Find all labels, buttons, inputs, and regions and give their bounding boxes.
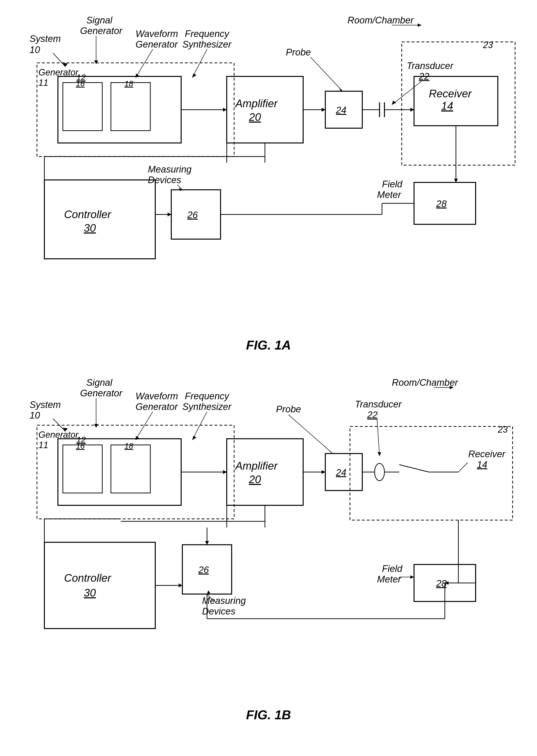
- room-num-1a: 23: [483, 40, 493, 50]
- box24-num-1b: 24: [336, 467, 346, 478]
- svg-line-18: [392, 81, 421, 105]
- amplifier-box-1a: [227, 76, 303, 143]
- svg-marker-12: [223, 108, 227, 112]
- svg-line-46: [377, 420, 380, 456]
- freq-synth-label-1a: Frequency: [185, 28, 230, 39]
- freq-synth-label-1b: Frequency: [185, 391, 230, 401]
- controller-num-1a: 30: [84, 222, 96, 234]
- system-label-1a: System: [29, 33, 61, 44]
- amp-label-1a: Amplifier: [235, 97, 278, 109]
- svg-marker-7: [192, 73, 196, 78]
- signal-gen-label2-1b: Generator: [80, 388, 122, 398]
- signal-gen-label2-1a: Generator: [80, 26, 122, 36]
- probe-label-1a: Probe: [286, 47, 311, 58]
- amplifier-box-1b: [227, 439, 303, 505]
- meas-dev-label-1b: Measuring: [202, 596, 246, 606]
- svg-line-0: [53, 53, 65, 66]
- transducer-num-1b: 22: [367, 410, 378, 420]
- probe-label-1b: Probe: [276, 404, 301, 414]
- amp-num-1a: 20: [249, 111, 261, 123]
- svg-marker-3: [94, 61, 98, 64]
- svg-line-59: [458, 462, 468, 472]
- box26-num-1a: 26: [187, 210, 198, 220]
- box18-1b: [111, 445, 150, 493]
- svg-line-44: [288, 415, 333, 453]
- box16-1a: [63, 83, 102, 131]
- field-meter-label2-1b: Meter: [377, 574, 401, 584]
- room-label-1a: Room/Chamber: [348, 15, 414, 25]
- svg-marker-68: [205, 541, 209, 545]
- box16-num-1a: 16: [76, 79, 85, 88]
- svg-marker-47: [378, 452, 381, 456]
- svg-line-57: [399, 465, 429, 472]
- svg-marker-5: [136, 73, 139, 78]
- fig1b-label: FIG. 1B: [15, 707, 522, 722]
- waveform-label2-1b: Generator: [136, 401, 178, 412]
- receiver-box-1a: [414, 76, 498, 126]
- gen-num-1a: 11: [38, 78, 48, 88]
- svg-marker-70: [179, 583, 183, 587]
- transducer-label-1b: Transducer: [355, 399, 402, 409]
- svg-marker-51: [223, 470, 227, 474]
- receiver-label-1b: Receiver: [468, 449, 506, 459]
- fig1a-section: System 10 Signal Generator Waveform Gene…: [15, 10, 522, 353]
- amp-num-1b: 20: [249, 473, 261, 485]
- room-label-1b: Room/Chamber: [392, 377, 458, 388]
- svg-marker-53: [322, 470, 325, 474]
- box16-num-1b: 16: [76, 441, 85, 450]
- gen-num-1b: 11: [38, 440, 48, 450]
- signal-gen-label-1b: Signal: [86, 377, 113, 388]
- meas-dev-label-1a: Measuring: [148, 164, 191, 175]
- svg-marker-39: [94, 424, 98, 428]
- fig1b-section: System 10 Signal Generator Waveform Gene…: [15, 367, 522, 722]
- waveform-label-1a: Waveform: [136, 28, 178, 39]
- field-meter-label2-1a: Meter: [377, 189, 401, 200]
- controller-num-1b: 30: [84, 587, 96, 599]
- svg-marker-66: [207, 590, 210, 594]
- receiver-label-1a: Receiver: [429, 88, 472, 100]
- svg-marker-72: [410, 575, 414, 579]
- box28-num-1a: 28: [436, 199, 446, 209]
- fig1b-svg: System 10 Signal Generator Waveform Gene…: [15, 367, 522, 700]
- freq-synth-label2-1a: Synthesizer: [183, 39, 232, 50]
- box16-1b: [63, 445, 102, 493]
- svg-line-40: [136, 412, 153, 440]
- field-meter-label-1a: Field: [382, 179, 403, 189]
- signal-gen-label-1a: Signal: [86, 15, 113, 25]
- fig1a-svg: System 10 Signal Generator Waveform Gene…: [15, 10, 522, 330]
- system-num-1b: 10: [29, 410, 40, 421]
- svg-line-6: [192, 49, 207, 78]
- box18-1a: [111, 83, 150, 131]
- svg-point-55: [375, 463, 385, 481]
- system-num-1a: 10: [29, 45, 40, 55]
- svg-marker-13: [322, 108, 325, 112]
- waveform-label2-1a: Generator: [136, 39, 178, 50]
- transducer-label-1a: Transducer: [407, 61, 454, 71]
- waveform-label-1b: Waveform: [136, 391, 178, 401]
- svg-line-42: [192, 412, 207, 440]
- receiver-num-1b: 14: [477, 459, 487, 470]
- system-label-1b: System: [29, 399, 61, 410]
- svg-marker-21: [410, 108, 414, 112]
- gen-label-1b: Generator: [38, 430, 79, 440]
- svg-marker-32: [454, 179, 458, 183]
- svg-marker-9: [418, 23, 421, 27]
- room-num-1b: 23: [498, 424, 508, 435]
- amp-label-1b: Amplifier: [235, 460, 278, 472]
- box26-num-1b: 26: [198, 565, 209, 575]
- page: System 10 Signal Generator Waveform Gene…: [0, 0, 537, 756]
- receiver-num-1a: 14: [441, 100, 453, 112]
- svg-marker-30: [168, 212, 171, 216]
- field-meter-label-1b: Field: [382, 564, 403, 574]
- box18-num-1a: 18: [124, 79, 133, 88]
- svg-line-4: [136, 49, 153, 78]
- svg-marker-19: [392, 101, 396, 105]
- controller-box-1b: [44, 542, 155, 629]
- svg-marker-41: [136, 436, 139, 440]
- freq-synth-label2-1b: Synthesizer: [183, 401, 232, 412]
- fig1a-label: FIG. 1A: [15, 338, 522, 353]
- box18-num-1b: 18: [124, 441, 133, 450]
- controller-label-1a: Controller: [64, 208, 112, 220]
- svg-marker-43: [192, 436, 196, 440]
- svg-line-10: [310, 57, 343, 91]
